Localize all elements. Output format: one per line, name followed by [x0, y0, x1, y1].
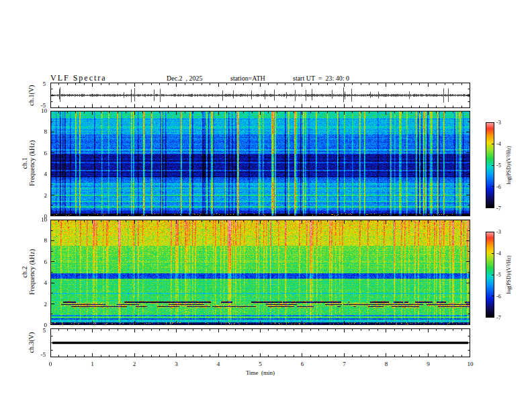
plot-date: Dec.2 , 2025 — [167, 75, 203, 82]
colorbar-2-tick-label: -6 — [496, 293, 507, 300]
colorbar-1-tick-label: -5 — [496, 163, 507, 169]
ch1-frequency-unit-label: Frequency (kHz) — [28, 140, 36, 186]
ch2-frequency-axis-label: ch.2Frequency (kHz) — [21, 249, 36, 295]
ch2-frequency-unit-label: Frequency (kHz) — [28, 249, 36, 295]
colorbar-2-tick-label: -7 — [496, 315, 507, 321]
ch2-spec-ytick-label: 8 — [32, 237, 47, 244]
ch2-spec-ytick-label: 2 — [32, 301, 47, 308]
x-axis-tick-label: 0 — [42, 361, 58, 367]
plot-title: VLF Spectra — [50, 73, 107, 83]
x-axis-tick-label: 9 — [420, 361, 437, 367]
ch1-spectrogram-canvas — [50, 111, 470, 216]
x-axis-title: Time (min) — [226, 369, 294, 376]
colorbar-2-tick-label: -5 — [496, 272, 507, 278]
plot-station: station=ATH — [230, 75, 265, 82]
colorbar-1-canvas — [486, 122, 494, 208]
ch1-channel-label: ch.1 — [21, 158, 28, 169]
x-axis-tick-label: 10 — [462, 361, 478, 367]
colorbar-2-tick-label: -4 — [496, 250, 507, 257]
x-axis-tick-label: 6 — [294, 361, 310, 367]
ch1-waveform-canvas — [50, 83, 470, 108]
plot-start-ut: start UT = 23: 40: 0 — [293, 75, 349, 82]
colorbar-2-tick-label: -3 — [496, 229, 507, 235]
x-axis-tick-label: 3 — [169, 361, 185, 367]
ch1-wave-ytick-top: 5 — [34, 81, 46, 87]
ch1-spec-ytick-label: 6 — [32, 150, 47, 156]
ch1-spec-ytick-label: 0 — [32, 213, 47, 220]
ch3-waveform-canvas — [50, 328, 470, 357]
colorbar-1-tick-label: -3 — [496, 120, 507, 126]
ch3-voltage-axis-label: ch.3(V) — [28, 332, 35, 353]
ch2-spec-ytick-label: 0 — [32, 322, 47, 328]
colorbar-1-tick-label: -4 — [496, 141, 507, 147]
colorbar-2-canvas — [486, 232, 494, 318]
x-axis-tick-label: 1 — [85, 361, 101, 367]
ch2-spec-ytick-label: 6 — [32, 259, 47, 265]
x-axis-tick-label: 5 — [253, 361, 269, 367]
x-axis-tick-label: 7 — [337, 361, 353, 367]
ch1-frequency-axis-label: ch.1Frequency (kHz) — [21, 140, 36, 186]
colorbar-1-tick-label: -6 — [496, 184, 507, 190]
ch1-spec-ytick-label: 2 — [32, 192, 47, 199]
x-axis-tick-label: 2 — [126, 361, 142, 367]
ch2-spectrogram-canvas — [50, 220, 470, 325]
ch3-wave-ytick-bottom: -5 — [34, 351, 46, 358]
x-axis-tick-label: 8 — [378, 361, 394, 367]
colorbar-1-tick-label: -7 — [496, 205, 507, 212]
ch2-channel-label: ch.2 — [21, 267, 28, 278]
ch1-spec-ytick-label: 8 — [32, 128, 47, 135]
ch1-spec-ytick-label: 10 — [32, 107, 47, 114]
x-axis-tick-label: 4 — [210, 361, 226, 367]
ch2-spec-ytick-label: 4 — [32, 279, 47, 286]
ch1-spec-ytick-label: 4 — [32, 171, 47, 177]
vlf-spectra-figure: VLF Spectra Dec.2 , 2025 station=ATH sta… — [0, 0, 532, 411]
